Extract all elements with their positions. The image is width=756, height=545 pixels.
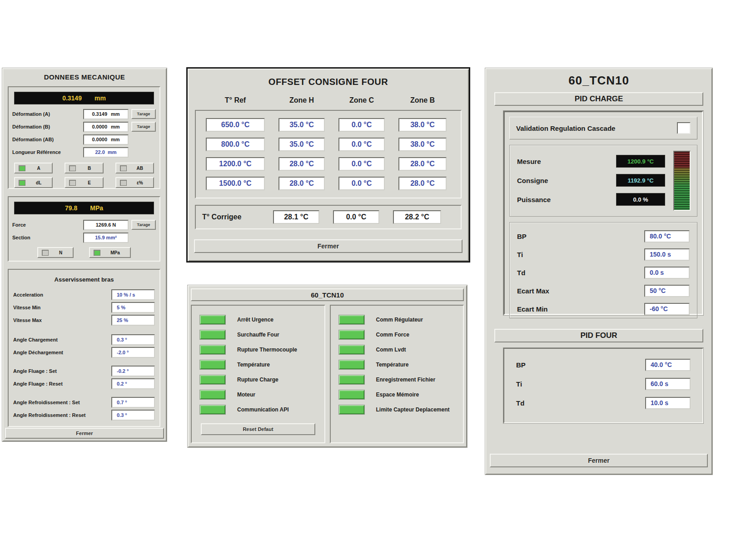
offset-title: OFFSET CONSIGNE FOUR — [188, 77, 469, 87]
td-value: 0.0 s — [650, 269, 664, 276]
channel-button-b[interactable]: B — [65, 163, 103, 173]
offset-cell-tref-4[interactable]: 1500.0 °C — [206, 177, 265, 190]
offset-cell-zonec-2[interactable]: 0.0 °C — [338, 138, 385, 151]
deformation-b-value: 0.0000 — [92, 124, 107, 129]
reset-defaut-button[interactable]: Reset Defaut — [201, 423, 315, 435]
four-ti-value: 60.0 s — [651, 380, 668, 387]
ecart-max-field[interactable]: 50 °C — [644, 285, 690, 297]
offset-cell-zoneh-3[interactable]: 28.0 °C — [279, 157, 325, 171]
bp-field[interactable]: 80.0 °C — [644, 230, 690, 243]
four-ti-label: Ti — [516, 380, 645, 388]
corrigee-zoneb: 28.2 °C — [393, 210, 441, 224]
consigne-value: 1192.9 °C — [627, 177, 653, 184]
unit-button-mpa[interactable]: MPa — [89, 247, 131, 258]
angle-dechargement-field[interactable]: -2.0 ° — [111, 347, 155, 358]
deformation-a-field[interactable]: 0.3149 mm — [83, 109, 129, 119]
offset-cell-zoneh-1[interactable]: 35.0 °C — [279, 118, 325, 132]
offset-col-header: Zone H — [279, 96, 325, 104]
channel-button-e[interactable]: E — [65, 177, 103, 188]
ecart-min-label: Ecart Min — [517, 305, 644, 313]
longueur-reference-unit: mm — [108, 149, 117, 155]
channel-button-epsilon[interactable]: ε% — [115, 177, 154, 188]
angle-refroidissement-set-field[interactable]: 0.7 ° — [111, 397, 155, 408]
servo-label: Vitesse Min — [13, 305, 111, 310]
servo-label: Angle Refroidissement : Reset — [13, 412, 111, 418]
offset-cell-zonec-3[interactable]: 0.0 °C — [338, 157, 385, 171]
lcd-unit: mm — [94, 94, 106, 102]
channel-dl-led-icon — [19, 180, 25, 186]
validation-row: Validation Regulation Cascade — [509, 117, 697, 139]
channel-button-dl[interactable]: dL — [14, 177, 53, 188]
unit-mpa-led-icon — [94, 250, 100, 256]
section-field[interactable]: 15.9 mm² — [83, 233, 129, 243]
tarage-a-button[interactable]: Tarage — [131, 109, 156, 119]
channel-ab-led-icon — [120, 165, 127, 171]
four-bp-field[interactable]: 40.0 °C — [645, 359, 691, 371]
offset-cell-zonec-4[interactable]: 0.0 °C — [338, 177, 385, 190]
temperature-label: Température — [237, 362, 270, 368]
longueur-reference-field[interactable]: 22.0 mm — [83, 147, 129, 158]
offset-cell-tref-1[interactable]: 650.0 °C — [206, 118, 265, 132]
offset-table: 650.0 °C 35.0 °C 0.0 °C 38.0 °C 800.0 °C… — [195, 110, 462, 198]
offset-fermer-button[interactable]: Fermer — [194, 239, 463, 253]
tarage-b-button[interactable]: Tarage — [131, 122, 156, 132]
status-window: 60_TCN10 Arrêt Urgence Surchauffe Four R… — [188, 285, 467, 447]
pid-window: 60_TCN10 PID CHARGE Validation Regulatio… — [485, 68, 712, 475]
pid-four-group: BP 40.0 °C Ti 60.0 s Td 10.0 s — [503, 348, 703, 423]
deformation-ab-field[interactable]: 0.0000 mm — [83, 134, 129, 145]
angle-chargement-value: 0.3 ° — [117, 337, 127, 342]
angle-fluage-set-field[interactable]: -0.2 ° — [111, 366, 155, 377]
servo-group: Asservissement bras Acceleration 10 % / … — [8, 269, 160, 427]
angle-refroidissement-reset-field[interactable]: 0.3 ° — [111, 410, 155, 421]
offset-cell-tref-2[interactable]: 800.0 °C — [206, 138, 265, 151]
offset-cell-zoneb-4[interactable]: 28.0 °C — [398, 177, 447, 190]
unit-button-n[interactable]: N — [37, 247, 74, 258]
offset-cell-zoneb-1[interactable]: 38.0 °C — [398, 118, 447, 132]
angle-fluage-reset-value: 0.2 ° — [117, 381, 127, 386]
tarage-force-button[interactable]: Tarage — [131, 220, 156, 230]
validation-checkbox[interactable] — [677, 122, 691, 134]
channel-b-led-icon — [69, 165, 76, 171]
four-td-field[interactable]: 10.0 s — [645, 397, 691, 409]
offset-cell-zonec-1[interactable]: 0.0 °C — [338, 118, 385, 132]
four-ti-field[interactable]: 60.0 s — [645, 378, 691, 390]
pid-four-header: PID FOUR — [494, 329, 703, 342]
pid-charge-params: BP 80.0 °C Ti 150.0 s Td 0.0 s Ecart Max… — [509, 222, 697, 318]
offset-cell-zoneb-3[interactable]: 28.0 °C — [398, 157, 447, 171]
mechanical-fermer-button[interactable]: Fermer — [5, 428, 164, 439]
force-value: 1269.6 N — [96, 222, 116, 228]
offset-cell-zoneh-2[interactable]: 35.0 °C — [279, 138, 325, 151]
comm-force-led-icon — [339, 330, 364, 339]
force-field[interactable]: 1269.6 N — [83, 220, 129, 230]
td-field[interactable]: 0.0 s — [644, 267, 690, 279]
enregistrement-fichier-label: Enregistrement Fichier — [376, 377, 436, 383]
td-label: Td — [517, 269, 644, 277]
offset-cell-zoneb-2[interactable]: 38.0 °C — [398, 138, 447, 151]
consigne-display: 1192.9 °C — [616, 174, 665, 187]
servo-label: Angle Refroidissement : Set — [13, 400, 111, 405]
vitesse-max-field[interactable]: 25 % — [111, 315, 155, 326]
channel-button-ab[interactable]: AB — [115, 163, 154, 173]
puissance-value: 0.0 % — [633, 196, 648, 203]
channel-b-label: B — [76, 166, 102, 171]
angle-chargement-field[interactable]: 0.3 ° — [111, 334, 155, 345]
channel-button-a[interactable]: A — [14, 163, 53, 173]
offset-cell-zoneh-4[interactable]: 28.0 °C — [279, 177, 325, 190]
ti-field[interactable]: 150.0 s — [644, 248, 690, 261]
validation-label: Validation Regulation Cascade — [510, 124, 677, 132]
rupture-charge-led-icon — [200, 375, 225, 384]
pid-fermer-button[interactable]: Fermer — [490, 454, 708, 467]
power-bargraph-indicator — [673, 151, 691, 211]
vitesse-min-field[interactable]: 5 % — [111, 302, 155, 313]
comm-lvdt-label: Comm Lvdt — [376, 347, 406, 353]
deformation-b-field[interactable]: 0.0000 mm — [83, 122, 129, 132]
deformation-lcd-display: 0.3149 mm — [14, 92, 154, 104]
communication-api-label: Communication API — [237, 406, 289, 413]
espace-memoire-label: Espace Mémoire — [376, 391, 419, 398]
acceleration-field[interactable]: 10 % / s — [111, 289, 155, 300]
status-title: 60_TCN10 — [311, 291, 344, 299]
offset-cell-tref-3[interactable]: 1200.0 °C — [206, 157, 265, 171]
ecart-min-field[interactable]: -60 °C — [644, 303, 690, 315]
offset-consigne-window: OFFSET CONSIGNE FOUR T° Ref Zone H Zone … — [186, 67, 470, 263]
angle-fluage-reset-field[interactable]: 0.2 ° — [111, 378, 155, 389]
